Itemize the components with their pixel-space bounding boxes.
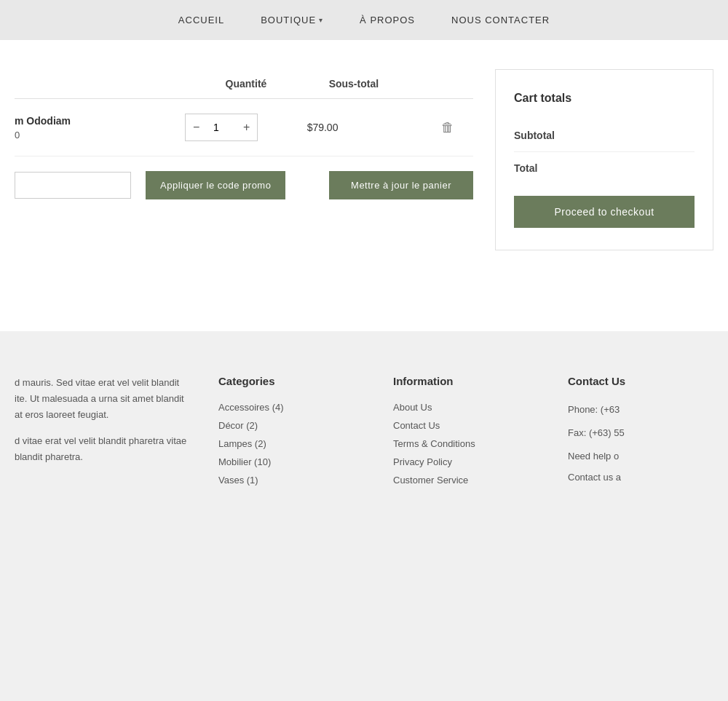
footer-info-contact[interactable]: Contact Us (393, 420, 539, 431)
col-product (15, 69, 185, 99)
apply-promo-button[interactable]: Appliquer le code promo (146, 171, 285, 199)
cart-totals-panel: Cart totals Subtotal Total Proceed to ch… (495, 69, 713, 250)
footer-contact-link[interactable]: Contact us a (568, 472, 713, 483)
footer-phone: Phone: (+63 (568, 402, 713, 418)
footer-info-customer-service[interactable]: Customer Service (393, 475, 539, 486)
footer-info-terms[interactable]: Terms & Conditions (393, 438, 539, 449)
footer-help-text: Need help o (568, 448, 713, 464)
qty-decrease-button[interactable]: − (186, 114, 207, 140)
total-row: Total (514, 152, 695, 189)
nav-boutique[interactable]: BOUTIQUE ▾ (261, 15, 323, 25)
delete-cell: 🗑 (427, 99, 473, 157)
checkout-button[interactable]: Proceed to checkout (514, 196, 695, 228)
footer-information-heading: Information (393, 375, 539, 387)
footer-cat-vases[interactable]: Vases (1) (218, 475, 364, 486)
chevron-down-icon: ▾ (319, 16, 323, 24)
footer-cat-lampes[interactable]: Lampes (2) (218, 438, 364, 449)
update-cart-button[interactable]: Mettre à jour le panier (329, 171, 473, 199)
footer-about-col: d mauris. Sed vitae erat vel velit bland… (15, 375, 189, 493)
footer-about-text2: d mauris. Sed vitae erat vel velit bland… (15, 375, 189, 423)
footer-info-privacy[interactable]: Privacy Policy (393, 456, 539, 467)
promo-code-input[interactable] (15, 172, 131, 199)
footer-cat-accessoires[interactable]: Accessoires (4) (218, 402, 364, 413)
footer-fax: Fax: (+63) 55 (568, 425, 713, 441)
col-quantity: Quantité (185, 69, 306, 99)
footer-categories-col: Categories Accessoires (4) Décor (2) Lam… (218, 375, 364, 493)
table-row: m Ododiam 0 − + $79.00 (15, 99, 473, 157)
subtotal-row: Subtotal (514, 119, 695, 152)
cart-left: Quantité Sous-total m Ododiam 0 (15, 69, 473, 250)
footer-contact-col: Contact Us Phone: (+63 Fax: (+63) 55 Nee… (568, 375, 713, 493)
footer-cat-decor[interactable]: Décor (2) (218, 420, 364, 431)
footer-contact-heading: Contact Us (568, 375, 713, 387)
footer-cat-mobilier[interactable]: Mobilier (10) (218, 456, 364, 467)
cart-totals-title: Cart totals (514, 92, 695, 105)
product-price: 0 (15, 130, 185, 140)
col-delete (427, 69, 473, 99)
footer-information-col: Information About Us Contact Us Terms & … (393, 375, 539, 493)
delete-item-button[interactable]: 🗑 (427, 120, 454, 135)
qty-input[interactable] (207, 122, 236, 133)
product-name: m Ododiam (15, 115, 185, 127)
total-label: Total (514, 162, 537, 174)
nav-contact[interactable]: NOUS CONTACTER (451, 15, 550, 25)
cart-table: Quantité Sous-total m Ododiam 0 (15, 69, 473, 157)
product-info: m Ododiam 0 (15, 99, 185, 157)
subtotal-cell: $79.00 (307, 99, 427, 157)
footer-inner: d mauris. Sed vitae erat vel velit bland… (15, 375, 713, 493)
main-nav: ACCUEIL BOUTIQUE ▾ À PROPOS NOUS CONTACT… (178, 15, 550, 25)
nav-accueil[interactable]: ACCUEIL (178, 15, 224, 25)
footer-about-text1: d vitae erat vel velit blandit pharetra … (15, 433, 189, 465)
qty-increase-button[interactable]: + (236, 114, 257, 140)
footer-categories-heading: Categories (218, 375, 364, 387)
subtotal-label: Subtotal (514, 130, 555, 141)
footer: d mauris. Sed vitae erat vel velit bland… (0, 331, 728, 522)
header: ACCUEIL BOUTIQUE ▾ À PROPOS NOUS CONTACT… (0, 0, 728, 40)
product-qty-cell: − + (185, 99, 306, 157)
main-content: Quantité Sous-total m Ododiam 0 (0, 40, 728, 331)
footer-info-about[interactable]: About Us (393, 402, 539, 413)
cart-container: Quantité Sous-total m Ododiam 0 (0, 69, 728, 250)
nav-apropos[interactable]: À PROPOS (360, 15, 415, 25)
cart-actions: Appliquer le code promo Mettre à jour le… (15, 171, 473, 199)
quantity-control: − + (185, 114, 258, 141)
col-subtotal: Sous-total (307, 69, 427, 99)
